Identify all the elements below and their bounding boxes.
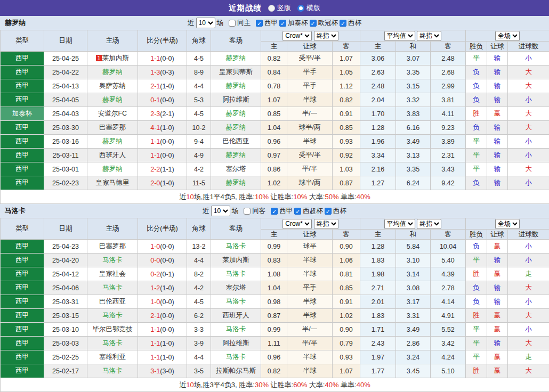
summary-label: 让胜率: — [269, 381, 293, 389]
same-venue-label: 同客 — [252, 207, 265, 216]
result-goals: 小 — [508, 52, 549, 66]
away-team-name: 赫罗纳 — [226, 54, 246, 62]
match-row: 西甲25-02-23皇家马德里2-0(1-0)11-5赫罗纳1.02球半/两0.… — [1, 176, 549, 190]
avg-odds-away: 2.99 — [431, 79, 466, 93]
corner-cell: 13-2 — [187, 240, 211, 254]
avg-select[interactable]: 平均值 — [384, 31, 415, 41]
match-row: 西甲25-04-12皇家社会0-2(0-1)8-2马洛卡1.08半球0.811.… — [1, 267, 549, 281]
final-odds-select-b[interactable]: 终指 — [417, 219, 441, 229]
sub-col-header-2: 客 — [333, 42, 360, 52]
halftime-score: (1-1) — [160, 166, 174, 173]
result-handicap: 赢 — [487, 364, 508, 378]
col-header-5: 客场 — [211, 30, 261, 52]
sub-col-header-8: 进球数 — [508, 230, 549, 240]
date-cell: 25-03-11 — [44, 149, 87, 162]
radio-horizontal-label[interactable]: 横版 — [306, 3, 320, 13]
league-checkbox-3[interactable]: ✓ — [340, 20, 346, 27]
same-venue-checkbox[interactable] — [229, 20, 236, 27]
date-cell: 25-04-20 — [44, 254, 87, 267]
avg-select[interactable]: 平均值 — [384, 219, 415, 229]
avg-odds-draw: 3.31 — [396, 309, 431, 323]
table-head: 类型日期主场比分(半场)角球客场Crow* 终指 平均值 终指 全场 主让球客主… — [1, 30, 549, 52]
avg-odds-home: 1.71 — [360, 323, 396, 337]
handicap-line: 球半/两 — [287, 176, 333, 190]
final-odds-select-b[interactable]: 终指 — [417, 31, 441, 41]
fulltime-score: 0-1 — [150, 96, 160, 104]
same-venue-checkbox[interactable] — [244, 208, 251, 215]
result-handicap: 赢 — [487, 267, 508, 281]
result-handicap: 输 — [487, 337, 508, 350]
near-count-select[interactable]: 10 — [196, 18, 215, 28]
avg-odds-home: 2.16 — [360, 162, 396, 176]
scope-select[interactable]: 全场 — [495, 219, 520, 229]
crow-company-select[interactable]: Crow* — [282, 31, 312, 41]
avg-odds-draw: 3.08 — [396, 281, 431, 295]
home-team-name: 马洛卡 — [102, 312, 123, 319]
section-header-0: 赫罗纳近10场同主✓西甲✓加泰杯✓欧冠杯✓西杯 — [0, 16, 549, 30]
home-team-cell: 马洛卡 — [87, 337, 138, 350]
avg-odds-away: 9.23 — [431, 121, 466, 135]
halftime-score: (1-0) — [160, 83, 174, 90]
crow-company-select[interactable]: Crow* — [282, 219, 312, 229]
result-goals: 小 — [508, 254, 549, 267]
sections-container: 赫罗纳近10场同主✓西甲✓加泰杯✓欧冠杯✓西杯类型日期主场比分(半场)角球客场C… — [0, 16, 549, 392]
sub-col-header-0: 主 — [261, 230, 287, 240]
result-wdl: 平 — [466, 135, 487, 149]
summary-row: 近10场,胜3平4负3, 胜率:30% 让胜率:60% 大率:40% 单率:40… — [1, 378, 549, 392]
result-goals: 小 — [508, 240, 549, 254]
league-checkbox-0[interactable]: ✓ — [271, 208, 278, 215]
fulltime-score: 1-1 — [150, 340, 160, 347]
score-cell: 2-2(1-1) — [138, 162, 187, 176]
handicap-odds-away: 0.91 — [333, 107, 360, 121]
team-name: 赫罗纳 — [5, 18, 26, 28]
avg-odds-draw: 6.24 — [396, 176, 431, 190]
result-handicap: 输 — [487, 52, 508, 66]
league-checkbox-0[interactable]: ✓ — [256, 20, 263, 27]
handicap-odds-home: 0.97 — [261, 149, 287, 162]
halftime-score: (0-3) — [160, 69, 174, 76]
date-cell: 25-04-05 — [44, 93, 87, 107]
avg-odds-draw: 3.83 — [396, 107, 431, 121]
summary-label: 近 — [179, 381, 186, 389]
league-checkbox-1[interactable]: ✓ — [294, 208, 301, 215]
corner-cell: 8-2 — [187, 267, 211, 281]
competition-cell: 西甲 — [1, 281, 44, 295]
home-team-cell: 安道尔FC — [87, 107, 138, 121]
summary-value: 40% — [357, 193, 370, 201]
summary-value: 10% — [293, 193, 307, 201]
col-header-3: 比分(半场) — [138, 30, 187, 52]
competition-cell: 西甲 — [1, 350, 44, 364]
handicap-line: 受平/半 — [287, 149, 333, 162]
scope-select[interactable]: 全场 — [495, 31, 520, 41]
avg-odds-draw: 3.45 — [396, 364, 431, 378]
fulltime-score: 1-0 — [150, 243, 160, 250]
match-row: 西甲25-04-251莱加内斯1-1(0-0)4-5赫罗纳0.82受平/半1.0… — [1, 52, 549, 66]
sub-col-header-6: 胜负 — [466, 42, 487, 52]
radio-vertical-icon[interactable] — [268, 5, 275, 12]
radio-vertical-label[interactable]: 竖版 — [277, 3, 291, 13]
avg-odds-draw: 3.35 — [396, 66, 431, 79]
corner-cell: 10-2 — [187, 121, 211, 135]
radio-horizontal-icon[interactable] — [297, 5, 304, 12]
date-cell: 25-03-03 — [44, 337, 87, 350]
layout-option-horizontal: 横版 — [297, 3, 320, 13]
date-cell: 25-02-23 — [44, 176, 87, 190]
away-team-name: 赫罗纳 — [226, 151, 246, 159]
league-checkbox-2[interactable]: ✓ — [310, 20, 317, 27]
home-team-cell: 马洛卡 — [87, 309, 138, 323]
handicap-line: 半球 — [287, 309, 333, 323]
final-odds-select-a[interactable]: 终指 — [314, 219, 338, 229]
fulltime-score: 1-1 — [150, 152, 160, 159]
match-row: 加泰杯25-04-03安道尔FC2-3(2-1)4-5赫罗纳0.85半/一0.9… — [1, 107, 549, 121]
fulltime-score: 1-1 — [150, 138, 160, 145]
near-count-select[interactable]: 10 — [211, 206, 230, 216]
league-checkbox-2[interactable]: ✓ — [325, 208, 332, 215]
final-odds-select-a[interactable]: 终指 — [314, 31, 338, 41]
result-goals: 走 — [508, 267, 549, 281]
competition-cell: 西甲 — [1, 162, 44, 176]
away-team-name: 西班牙人 — [223, 312, 249, 319]
league-checkbox-1[interactable]: ✓ — [279, 20, 286, 27]
avg-odds-draw: 3.49 — [396, 135, 431, 149]
home-team-name: 巴伦西亚 — [99, 298, 126, 305]
result-goals: 大 — [508, 79, 549, 93]
